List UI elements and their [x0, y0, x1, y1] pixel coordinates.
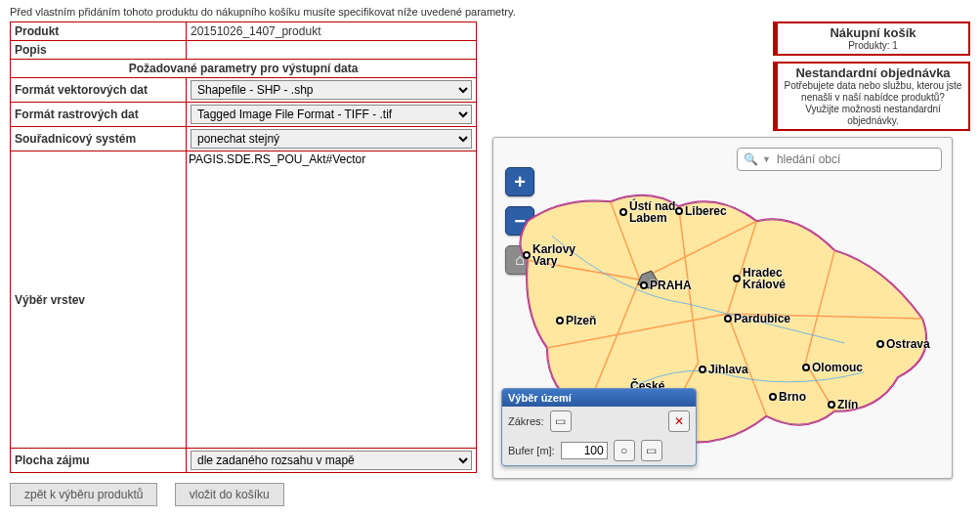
city-marker-icon — [769, 393, 777, 401]
city-marker-icon — [724, 315, 732, 323]
circle-icon: ○ — [620, 444, 627, 457]
back-button[interactable]: zpět k výběru produktů — [10, 483, 157, 506]
city-name: Olomouc — [812, 361, 863, 374]
city-label: HradecKrálové — [733, 267, 786, 290]
city-marker-icon — [876, 340, 884, 348]
city-name: Zlín — [837, 398, 858, 411]
city-label: PRAHA — [640, 279, 692, 292]
city-marker-icon — [556, 317, 564, 324]
city-label: Ostrava — [876, 337, 930, 351]
city-label: Liberec — [675, 204, 727, 218]
crs-label: Souřadnicový systém — [11, 127, 187, 151]
city-name: Jihlava — [708, 363, 748, 376]
nonstd-title: Nestandardní objednávka — [784, 65, 962, 80]
nonstd-line1: Potřebujete data nebo službu, kterou jst… — [784, 80, 962, 92]
search-icon: 🔍 — [744, 152, 758, 166]
buffer-rect-button[interactable]: ▭ — [641, 440, 662, 461]
city-label: KarlovyVary — [523, 243, 575, 267]
buffer-input[interactable] — [561, 442, 608, 459]
buffer-circle-button[interactable]: ○ — [614, 440, 635, 461]
popis-label: Popis — [11, 41, 187, 60]
map-panel[interactable]: 🔍 ▼ + − ⌂ Ústí nadLabemLiberecKarlovyVar… — [492, 137, 953, 479]
zakres-label: Zákres: — [508, 415, 544, 427]
city-label: Brno — [769, 390, 806, 404]
layers-label: Výběr vrstev — [11, 151, 187, 449]
buffer-label: Bufer [m]: — [508, 445, 555, 456]
layers-textarea[interactable]: PAGIS.SDE.RS_POU_Akt#Vector — [187, 151, 476, 445]
rectangle-icon: ▭ — [555, 414, 566, 428]
city-marker-icon — [619, 208, 627, 216]
city-name: Brno — [779, 390, 806, 404]
add-to-cart-button[interactable]: vložit do košíku — [175, 483, 284, 506]
section-header: Požadované parametry pro výstupní data — [11, 60, 477, 78]
params-table: Produkt 20151026_1407_produkt Popis Poža… — [10, 22, 477, 473]
city-label: Zlín — [828, 398, 858, 411]
dropdown-icon[interactable]: ▼ — [762, 154, 771, 164]
city-marker-icon — [640, 281, 648, 289]
city-name: Plzeň — [566, 314, 596, 327]
produkt-value: 20151026_1407_produkt — [187, 22, 477, 41]
draw-rectangle-button[interactable]: ▭ — [550, 410, 572, 432]
intro-text: Před vlastním přidáním tohoto produktu d… — [10, 6, 970, 18]
format-vector-label: Formát vektorových dat — [11, 78, 187, 103]
nonstd-line2: nenašli v naší nabídce produktů? — [784, 92, 962, 104]
city-name: Pardubice — [734, 312, 790, 325]
city-marker-icon — [828, 401, 835, 409]
nonstandard-order-box[interactable]: Nestandardní objednávka Potřebujete data… — [773, 62, 970, 131]
cart-title: Nákupní košík — [784, 25, 962, 40]
area-select[interactable]: dle zadaného rozsahu v mapě — [191, 451, 472, 470]
city-name: HradecKrálové — [743, 267, 786, 290]
format-raster-select[interactable]: Tagged Image File Format - TIFF - .tif — [191, 105, 472, 124]
crs-select[interactable]: ponechat stejný — [191, 129, 472, 149]
city-marker-icon — [675, 207, 683, 215]
city-name: PRAHA — [650, 279, 692, 292]
format-raster-label: Formát rastrových dat — [11, 103, 187, 127]
popis-value — [187, 41, 477, 60]
rectangle-icon: ▭ — [646, 444, 657, 457]
format-vector-select[interactable]: Shapefile - SHP - .shp — [191, 80, 472, 100]
area-label: Plocha zájmu — [11, 449, 187, 473]
city-label: Olomouc — [802, 361, 863, 374]
city-label: Ústí nadLabem — [619, 200, 675, 224]
clear-selection-button[interactable]: ✕ — [668, 410, 690, 432]
cart-count: Produkty: 1 — [784, 40, 962, 52]
city-label: Pardubice — [724, 312, 790, 325]
city-name: Liberec — [685, 204, 727, 218]
city-name: KarlovyVary — [533, 243, 575, 267]
territory-title: Výběr území — [502, 389, 696, 407]
city-marker-icon — [523, 251, 531, 259]
search-input[interactable] — [775, 151, 935, 167]
city-marker-icon — [699, 366, 706, 373]
city-marker-icon — [802, 364, 810, 371]
produkt-label: Produkt — [11, 22, 187, 41]
city-name: Ostrava — [886, 337, 930, 351]
city-marker-icon — [733, 275, 741, 282]
close-icon: ✕ — [674, 414, 684, 428]
nonstd-line3: Využijte možnosti nestandardní objednávk… — [784, 104, 962, 127]
cart-box[interactable]: Nákupní košík Produkty: 1 — [773, 22, 970, 56]
city-label: Jihlava — [699, 363, 748, 376]
city-label: Plzeň — [556, 314, 596, 327]
territory-panel: Výběr území Zákres: ▭ ✕ Bufer [m]: ○ — [501, 388, 697, 466]
city-name: Ústí nadLabem — [629, 200, 675, 224]
